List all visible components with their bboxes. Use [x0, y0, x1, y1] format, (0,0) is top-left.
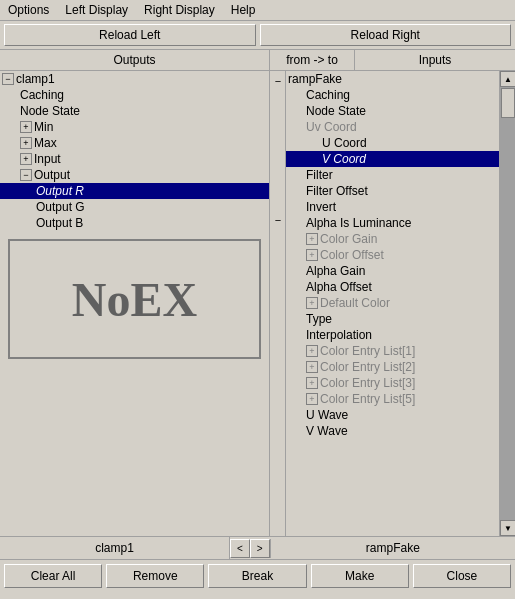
menu-right-display[interactable]: Right Display [140, 2, 219, 18]
right-root-label: rampFake [288, 72, 342, 86]
item-label: U Wave [306, 408, 348, 422]
left-root-expand[interactable]: − [2, 73, 14, 85]
right-root-item[interactable]: rampFake [286, 71, 499, 87]
item-label: Uv Coord [306, 120, 357, 134]
item-label: Caching [306, 88, 350, 102]
reload-right-button[interactable]: Reload Right [260, 24, 512, 46]
list-item[interactable]: Uv Coord [286, 119, 499, 135]
list-item[interactable]: Output R [0, 183, 269, 199]
list-item[interactable]: Node State [286, 103, 499, 119]
status-arrows: < > [230, 539, 271, 558]
expand-icon[interactable]: + [306, 249, 318, 261]
item-label: Output B [36, 216, 83, 230]
expand-icon[interactable]: + [20, 137, 32, 149]
connector-mid: − [270, 210, 286, 229]
list-item[interactable]: Alpha Is Luminance [286, 215, 499, 231]
list-item[interactable]: + Min [0, 119, 269, 135]
break-button[interactable]: Break [208, 564, 306, 588]
list-item[interactable]: Caching [0, 87, 269, 103]
outputs-header: Outputs [0, 50, 270, 70]
connector-top: − [270, 71, 286, 90]
list-item[interactable]: Output B [0, 215, 269, 231]
item-label: Input [34, 152, 61, 166]
bottom-toolbar: Clear All Remove Break Make Close [0, 559, 515, 592]
item-label: Color Entry List[1] [320, 344, 415, 358]
item-label: Filter Offset [306, 184, 368, 198]
expand-icon[interactable]: + [306, 297, 318, 309]
list-item[interactable]: U Wave [286, 407, 499, 423]
list-item[interactable]: Output G [0, 199, 269, 215]
list-item[interactable]: + Color Entry List[1] [286, 343, 499, 359]
item-label: Alpha Gain [306, 264, 365, 278]
arrow-right-button[interactable]: > [250, 539, 270, 558]
clear-all-button[interactable]: Clear All [4, 564, 102, 588]
menu-help[interactable]: Help [227, 2, 260, 18]
list-item[interactable]: + Color Gain [286, 231, 499, 247]
scroll-up-button[interactable]: ▲ [500, 71, 515, 87]
arrow-left-button[interactable]: < [230, 539, 250, 558]
list-item[interactable]: + Max [0, 135, 269, 151]
list-item[interactable]: Type [286, 311, 499, 327]
list-item[interactable]: + Input [0, 151, 269, 167]
item-label: Node State [306, 104, 366, 118]
item-label: Alpha Is Luminance [306, 216, 411, 230]
item-label: Filter [306, 168, 333, 182]
close-button[interactable]: Close [413, 564, 511, 588]
from-to-header: from -> to [270, 50, 355, 70]
scroll-track[interactable] [500, 87, 515, 520]
list-item[interactable]: Alpha Gain [286, 263, 499, 279]
inputs-header: Inputs [355, 50, 515, 70]
left-panel[interactable]: − clamp1 Caching Node State + Min + Max … [0, 71, 270, 536]
list-item[interactable]: + Default Color [286, 295, 499, 311]
logo-text: NoEX [72, 272, 197, 327]
list-item[interactable]: Interpolation [286, 327, 499, 343]
expand-icon[interactable]: + [306, 361, 318, 373]
item-label: Max [34, 136, 57, 150]
list-item[interactable]: V Coord [286, 151, 499, 167]
list-item[interactable]: Invert [286, 199, 499, 215]
expand-icon[interactable]: + [306, 377, 318, 389]
item-label: Default Color [320, 296, 390, 310]
expand-icon[interactable]: + [306, 393, 318, 405]
list-item[interactable]: + Color Entry List[5] [286, 391, 499, 407]
item-label: V Wave [306, 424, 348, 438]
item-label: Min [34, 120, 53, 134]
expand-icon[interactable]: + [20, 153, 32, 165]
list-item[interactable]: Alpha Offset [286, 279, 499, 295]
right-panel[interactable]: rampFake Caching Node State Uv Coord U C… [286, 71, 515, 536]
list-item[interactable]: + Color Entry List[2] [286, 359, 499, 375]
item-label: Color Gain [320, 232, 377, 246]
menu-left-display[interactable]: Left Display [61, 2, 132, 18]
list-item[interactable]: Caching [286, 87, 499, 103]
list-item[interactable]: + Color Offset [286, 247, 499, 263]
toolbar: Reload Left Reload Right [0, 21, 515, 50]
menu-options[interactable]: Options [4, 2, 53, 18]
item-label: Caching [20, 88, 64, 102]
item-label: Interpolation [306, 328, 372, 342]
remove-button[interactable]: Remove [106, 564, 204, 588]
scroll-down-button[interactable]: ▼ [500, 520, 515, 536]
left-root-item[interactable]: − clamp1 [0, 71, 269, 87]
list-item[interactable]: Filter [286, 167, 499, 183]
expand-icon[interactable]: + [306, 345, 318, 357]
status-left-label: clamp1 [0, 537, 230, 559]
list-item[interactable]: + Color Entry List[3] [286, 375, 499, 391]
list-item[interactable]: − Output [0, 167, 269, 183]
right-scrollbar[interactable]: ▲ ▼ [499, 71, 515, 536]
make-button[interactable]: Make [311, 564, 409, 588]
list-item[interactable]: Filter Offset [286, 183, 499, 199]
list-item[interactable]: V Wave [286, 423, 499, 439]
reload-left-button[interactable]: Reload Left [4, 24, 256, 46]
item-label: Type [306, 312, 332, 326]
expand-icon[interactable]: + [20, 121, 32, 133]
item-label: Color Entry List[3] [320, 376, 415, 390]
expand-icon[interactable]: + [306, 233, 318, 245]
list-item[interactable]: U Coord [286, 135, 499, 151]
status-right-label: rampFake [271, 537, 515, 559]
scroll-thumb[interactable] [501, 88, 515, 118]
expand-icon[interactable]: − [20, 169, 32, 181]
item-label: V Coord [322, 152, 366, 166]
left-root-label: clamp1 [16, 72, 55, 86]
list-item[interactable]: Node State [0, 103, 269, 119]
item-label: Alpha Offset [306, 280, 372, 294]
